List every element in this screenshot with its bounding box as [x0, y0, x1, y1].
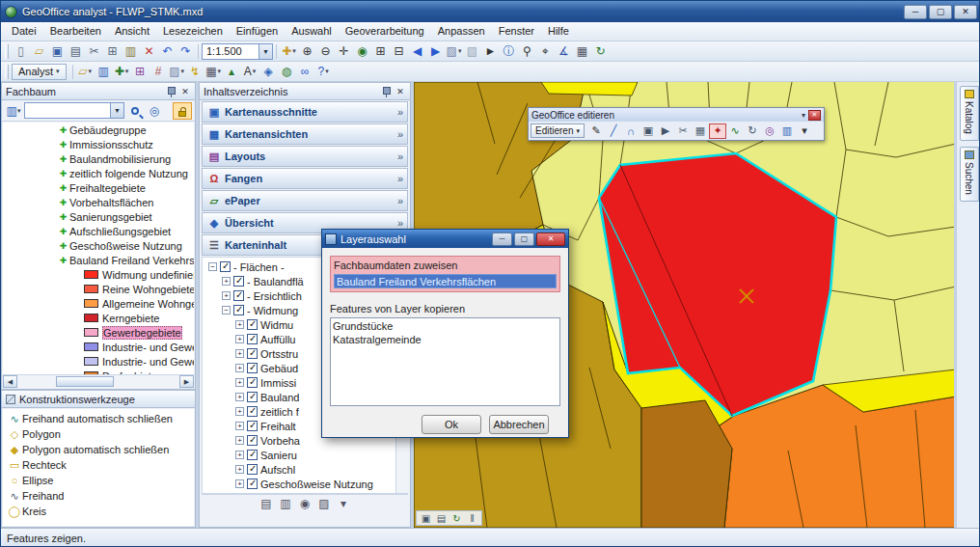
menu-item[interactable]: Auswahl: [285, 22, 339, 41]
lock-icon[interactable]: [173, 102, 192, 120]
save-edits-icon[interactable]: ▣: [640, 123, 657, 139]
layer-checkbox[interactable]: [247, 421, 258, 431]
paste-icon[interactable]: ▥: [122, 43, 140, 60]
menu-item[interactable]: Bearbeiten: [43, 22, 108, 41]
search-icon[interactable]: [126, 102, 144, 120]
pan-icon[interactable]: ✛: [335, 43, 353, 60]
copy-layer-item[interactable]: Katastralgemeinde: [333, 333, 558, 346]
horizontal-scrollbar[interactable]: ◀ ▶: [3, 374, 194, 388]
label-tools-icon[interactable]: A ▾: [241, 64, 259, 80]
analyst-menu-button[interactable]: Analyst ▾: [12, 64, 67, 80]
fachbaum-tree-item[interactable]: ✚ Immissionsschutz: [3, 137, 194, 151]
accordion-section[interactable]: Ω Fangen »: [202, 168, 408, 189]
expand-box-icon[interactable]: +: [235, 422, 244, 430]
grid-icon[interactable]: ⊞: [131, 64, 150, 80]
fixed-zoom-out-icon[interactable]: ⊟: [390, 43, 408, 60]
edit-toolbar-titlebar[interactable]: GeoOffice editieren ▾ ✕: [529, 108, 824, 122]
expand-box-icon[interactable]: +: [235, 378, 244, 387]
menu-item[interactable]: Datei: [5, 22, 43, 41]
fachbaum-tree-item[interactable]: ✚ Bauland Freiland Verkehrsfläche: [3, 253, 194, 267]
side-tab[interactable]: Katalog: [960, 86, 979, 141]
construction-tool-item[interactable]: ◯ Kreis: [3, 504, 194, 519]
layer-checkbox[interactable]: [247, 464, 258, 475]
menu-item[interactable]: Ansicht: [108, 22, 156, 41]
refresh-icon[interactable]: ↻: [591, 43, 610, 60]
toc-options-icon[interactable]: ▾: [336, 495, 352, 511]
dialog-titlebar[interactable]: Layerauswahl ─▢✕: [322, 230, 568, 248]
fachbaum-tree-item[interactable]: Industrie- und Gewerbeg: [3, 354, 194, 369]
cancel-button[interactable]: Abbrechen: [489, 415, 549, 434]
expand-box-icon[interactable]: +: [235, 335, 244, 343]
expand-box-icon[interactable]: +: [235, 320, 244, 329]
expand-box-icon[interactable]: +: [235, 451, 244, 459]
straight-segment-icon[interactable]: ╱: [605, 123, 622, 139]
construction-tool-item[interactable]: ▭ Rechteck: [3, 457, 194, 473]
identify-icon[interactable]: ⓘ: [500, 43, 518, 60]
split-tool-icon[interactable]: ✂: [674, 123, 692, 139]
fachbaum-tree-item[interactable]: Widmung undefiniert: [3, 267, 194, 282]
fachbaum-window-icon[interactable]: ▥: [95, 64, 113, 80]
fachbaum-tree-item[interactable]: Allgemeine Wohngebiete: [3, 296, 194, 311]
run-icon[interactable]: ▶: [657, 123, 674, 139]
expand-box-icon[interactable]: +: [235, 407, 244, 416]
fachbaum-combobox[interactable]: ▼: [24, 102, 124, 119]
target-layer-icon[interactable]: ◎: [761, 123, 778, 139]
layer-checkbox[interactable]: [247, 363, 258, 373]
layout-view-icon[interactable]: ▤: [434, 511, 449, 525]
layer-checkbox[interactable]: [247, 450, 258, 460]
fachbaum-tree-item[interactable]: ✚ Vorbehaltsflächen: [3, 195, 194, 209]
chevron-expand-icon[interactable]: »: [397, 150, 403, 162]
arc-segment-icon[interactable]: ∩: [622, 123, 640, 139]
pin-icon[interactable]: [166, 86, 176, 97]
pin-icon[interactable]: [381, 86, 391, 97]
construction-tool-item[interactable]: ◇ Polygon: [3, 426, 194, 442]
copy-layer-listbox[interactable]: GrundstückeKatastralgemeinde: [330, 317, 560, 406]
list-by-visibility-icon[interactable]: ◉: [297, 495, 313, 511]
table-tools-icon[interactable]: ▦ ▾: [204, 64, 223, 80]
expand-box-icon[interactable]: +: [235, 436, 244, 445]
fachbaum-tree-item[interactable]: ✚ Gebäudegruppe: [3, 123, 194, 137]
fachbaum-tree-item[interactable]: ✚ Freihaltegebiete: [3, 180, 194, 195]
layer-checkbox[interactable]: [247, 319, 258, 330]
project-open-icon[interactable]: ▱ ▾: [76, 64, 95, 80]
scroll-left-icon[interactable]: ◀: [3, 375, 17, 388]
expand-box-icon[interactable]: −: [222, 306, 231, 315]
measure-icon[interactable]: ∡: [555, 43, 573, 60]
chevron-expand-icon[interactable]: »: [397, 128, 403, 140]
scroll-right-icon[interactable]: ▶: [179, 375, 194, 388]
expand-box-icon[interactable]: +: [222, 291, 231, 300]
expand-box-icon[interactable]: +: [222, 277, 231, 286]
add-theme-icon[interactable]: ✚ ▾: [113, 64, 131, 80]
minimize-button[interactable]: ─: [904, 5, 927, 19]
chevron-expand-icon[interactable]: »: [397, 106, 403, 118]
construction-tool-item[interactable]: ◆ Polygon automatisch schließen: [3, 442, 194, 457]
help-tools-icon[interactable]: ? ▾: [314, 64, 333, 80]
fachbaum-tree-item[interactable]: ✚ zeitlich folgende Nutzung: [3, 166, 194, 180]
create-features-icon[interactable]: ✦: [709, 123, 726, 139]
dialog-close-button[interactable]: ✕: [536, 232, 565, 246]
layer-checkbox[interactable]: [247, 377, 258, 388]
chevron-down-icon[interactable]: ▼: [110, 103, 123, 118]
fachbaum-tree-item[interactable]: Industrie- und Gewerbeg: [3, 340, 194, 354]
accordion-section[interactable]: ▣ Kartenausschnitte »: [202, 101, 408, 123]
menu-item[interactable]: Lesezeichen: [156, 22, 230, 41]
chevron-expand-icon[interactable]: »: [397, 173, 403, 184]
karteninhalt-tree-item[interactable]: + Geschoßweise Nutzung: [203, 477, 407, 491]
hyperlink-icon[interactable]: ∞: [296, 64, 314, 80]
fachbaum-tree-item[interactable]: Reine Wohngebiete: [3, 282, 194, 296]
chevron-expand-icon[interactable]: »: [397, 217, 403, 229]
toolbar-grip[interactable]: [5, 65, 9, 79]
layer-checkbox[interactable]: [247, 479, 258, 489]
dialog-maximize-button[interactable]: ▢: [514, 232, 534, 246]
fachbaum-tree-item[interactable]: Kerngebiete: [3, 311, 194, 325]
fachbaum-tree-item[interactable]: ✚ Sanierungsgebiet: [3, 209, 194, 224]
full-extent-icon[interactable]: ◉: [353, 43, 371, 60]
save-icon[interactable]: ▣: [48, 43, 67, 60]
back-extent-icon[interactable]: ◀: [408, 43, 426, 60]
construction-tool-item[interactable]: ∿ Freihand automatisch schließen: [3, 411, 194, 426]
maximize-button[interactable]: ▢: [929, 5, 952, 19]
layer-checkbox[interactable]: [247, 435, 258, 446]
layer-checkbox[interactable]: [247, 392, 258, 402]
flash-icon[interactable]: ↯: [186, 64, 204, 80]
more-edit-tools-icon[interactable]: ▾: [796, 123, 813, 139]
